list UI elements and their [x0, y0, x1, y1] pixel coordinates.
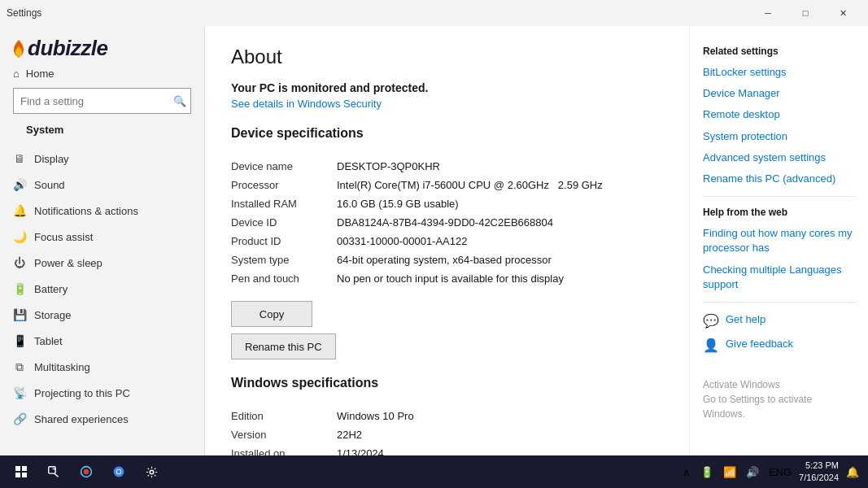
rename-pc-advanced-link[interactable]: Rename this PC (advanced) [703, 172, 855, 186]
languages-help-link[interactable]: Checking multiple Languages support [703, 263, 855, 292]
security-details-link[interactable]: See details in Windows Security [231, 98, 382, 110]
svg-point-12 [150, 470, 154, 474]
sidebar-item-label: Storage [34, 309, 72, 321]
battery-icon: 🔋 [13, 282, 26, 295]
storage-icon: 💾 [13, 308, 26, 321]
sidebar-item-focus[interactable]: 🌙 Focus assist [0, 224, 204, 250]
display-icon: 🖥 [13, 152, 26, 165]
search-icon-button[interactable]: 🔍 [173, 95, 186, 107]
sidebar-item-label: Projecting to this PC [34, 387, 130, 399]
spec-label: Pen and touch [231, 269, 337, 288]
volume-tray-icon[interactable]: 🔊 [744, 464, 761, 480]
search-box: 🔍 [13, 88, 191, 114]
activate-watermark: Activate Windows Go to Settings to activ… [703, 377, 855, 421]
spec-label: Device ID [231, 213, 337, 232]
sidebar-item-power[interactable]: ⏻ Power & sleep [0, 250, 204, 276]
sidebar-item-projecting[interactable]: 📡 Projecting to this PC [0, 380, 204, 406]
sidebar-item-display[interactable]: 🖥 Display [0, 146, 204, 172]
settings-taskbar-icon [146, 466, 158, 478]
spec-value: Intel(R) Core(TM) i7-5600U CPU @ 2.60GHz… [337, 176, 663, 194]
system-taskbar: ∧ 🔋 📶 🔊 ENG 5:23 PM 7/16/2024 🔔 [205, 455, 868, 488]
power-icon: ⏻ [13, 256, 26, 269]
divider [703, 196, 855, 197]
projecting-icon: 📡 [13, 386, 26, 399]
sidebar-item-label: Notifications & actions [34, 205, 138, 217]
sidebar-item-label: Tablet [34, 335, 63, 347]
sidebar-item-label: Display [34, 153, 69, 165]
spec-row-processor: Processor Intel(R) Core(TM) i7-5600U CPU… [231, 176, 663, 194]
spec-value: 64-bit operating system, x64-based proce… [337, 251, 663, 269]
tablet-icon: 📱 [13, 334, 26, 347]
home-link[interactable]: ⌂ Home [13, 64, 191, 83]
related-settings-heading: Related settings [703, 46, 855, 57]
advanced-system-settings-link[interactable]: Advanced system settings [703, 150, 855, 165]
search-input[interactable] [13, 88, 191, 114]
spec-row-ram: Installed RAM 16.0 GB (15.9 GB usable) [231, 194, 663, 213]
chrome-button[interactable] [104, 457, 133, 486]
bitlocker-settings-link[interactable]: BitLocker settings [703, 65, 855, 80]
spec-label: Edition [231, 407, 337, 425]
home-label: Home [26, 68, 55, 80]
divider2 [703, 302, 855, 303]
remote-desktop-link[interactable]: Remote desktop [703, 107, 855, 122]
sidebar-item-multitasking[interactable]: ⧉ Multitasking [0, 354, 204, 380]
device-specs-heading: Device specifications [231, 126, 663, 147]
cortana-icon [80, 465, 93, 478]
settings-taskbar-button[interactable] [137, 457, 166, 486]
page-title: About [231, 46, 663, 68]
titlebar: Settings ─ □ ✕ [0, 0, 868, 26]
copy-button[interactable]: Copy [231, 301, 312, 327]
window-controls: ─ □ ✕ [749, 0, 861, 26]
sidebar-header: dubizzle ⌂ Home 🔍 System [0, 26, 204, 146]
spec-label: Product ID [231, 232, 337, 251]
sidebar-item-notifications[interactable]: 🔔 Notifications & actions [0, 198, 204, 224]
notifications-icon: 🔔 [13, 204, 26, 217]
get-help-icon: 💬 [703, 313, 719, 329]
sidebar-item-label: Battery [34, 283, 68, 295]
monitored-text: Your PC is monitored and protected. [231, 81, 663, 94]
spec-value: Windows 10 Pro [337, 407, 663, 425]
sidebar-item-tablet[interactable]: 📱 Tablet [0, 328, 204, 354]
close-button[interactable]: ✕ [824, 0, 861, 26]
sidebar-item-label: Power & sleep [34, 257, 103, 269]
spec-row-edition: Edition Windows 10 Pro [231, 407, 663, 425]
maximize-button[interactable]: □ [787, 0, 824, 26]
clock-date: 7/16/2024 [799, 472, 839, 484]
cores-help-link[interactable]: Finding out how many cores my processor … [703, 226, 855, 255]
sidebar-item-storage[interactable]: 💾 Storage [0, 302, 204, 328]
give-feedback-link[interactable]: Give feedback [726, 337, 793, 351]
tray-arrow[interactable]: ∧ [680, 464, 693, 480]
system-section-label: System [13, 119, 191, 139]
start-button[interactable] [7, 457, 36, 486]
sound-icon: 🔊 [13, 178, 26, 191]
device-manager-link[interactable]: Device Manager [703, 86, 855, 101]
shared-icon: 🔗 [13, 412, 26, 425]
network-tray-icon[interactable]: 📶 [721, 464, 739, 480]
sidebar-item-battery[interactable]: 🔋 Battery [0, 276, 204, 302]
sidebar-item-sound[interactable]: 🔊 Sound [0, 172, 204, 198]
windows-icon [15, 466, 27, 477]
get-help-item: 💬 Get help [703, 312, 855, 329]
logo-container: dubizzle [13, 36, 191, 61]
get-help-link[interactable]: Get help [726, 312, 765, 327]
minimize-button[interactable]: ─ [749, 0, 787, 26]
cortana-button[interactable] [72, 457, 101, 486]
rename-pc-button[interactable]: Rename this PC [231, 333, 336, 359]
sidebar-item-shared[interactable]: 🔗 Shared experiences [0, 406, 204, 432]
spec-row-device-name: Device name DESKTOP-3QP0KHR [231, 157, 663, 176]
language-indicator[interactable]: ENG [766, 464, 794, 480]
svg-rect-5 [53, 468, 56, 469]
spec-value: 16.0 GB (15.9 GB usable) [337, 194, 663, 213]
svg-line-6 [55, 473, 59, 477]
flame-icon [13, 40, 24, 58]
spec-label: Installed RAM [231, 194, 337, 213]
spec-label: Processor [231, 176, 337, 194]
system-protection-link[interactable]: System protection [703, 129, 855, 144]
activate-line1: Activate Windows [703, 377, 855, 392]
notification-bell[interactable]: 🔔 [844, 464, 861, 480]
spec-value: 00331-10000-00001-AA122 [337, 232, 663, 251]
spec-label: Version [231, 425, 337, 444]
battery-tray-icon[interactable]: 🔋 [698, 464, 716, 480]
system-clock[interactable]: 5:23 PM 7/16/2024 [799, 460, 839, 485]
search-taskbar-button[interactable] [39, 457, 68, 486]
